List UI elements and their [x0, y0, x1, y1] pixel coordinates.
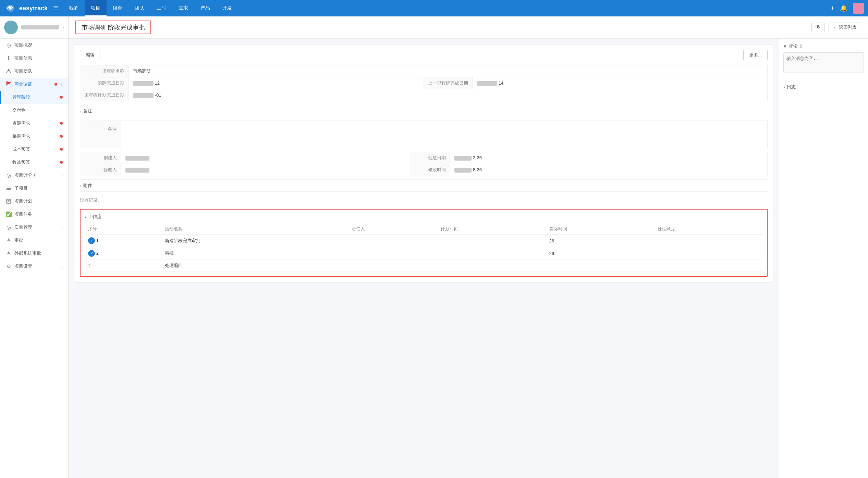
logo-text: easytrack	[19, 5, 48, 12]
plan-complete-label: 里程碑计划完成日期	[80, 89, 129, 101]
row3-comment	[654, 260, 763, 272]
status-done-icon-1: ✓	[88, 237, 95, 244]
chevron-icon-log: ›	[783, 85, 785, 90]
attachment-section-toggle[interactable]: › 附件	[80, 179, 768, 192]
sidebar-item-project-overview[interactable]: ◷ 项目概况	[0, 39, 68, 52]
modifier-label: 修改人	[80, 164, 121, 176]
comment-section-title[interactable]: ∨ 评论 0	[783, 43, 864, 49]
col-actual-time: 实际时间	[546, 224, 655, 235]
remark-section-toggle[interactable]: › 备注	[80, 105, 768, 117]
chevron-right-icon-2: ›	[61, 225, 63, 229]
nav-item-product[interactable]: 产品	[194, 0, 216, 16]
edit-button[interactable]: 编辑	[80, 50, 100, 60]
comment-input[interactable]	[783, 52, 864, 73]
remark-table: 备注	[80, 121, 768, 148]
nav-item-dev[interactable]: 开发	[216, 0, 238, 16]
main-content: 市场调研 阶段完成审批 👁 ← 返回列表 编辑 更多.	[69, 16, 868, 478]
hamburger-icon[interactable]: ☰	[53, 4, 59, 12]
creator-blurred	[125, 156, 149, 161]
remark-value	[121, 121, 768, 148]
modify-time-label: 修改时间	[409, 164, 450, 176]
modifier-blurred	[125, 168, 149, 173]
row2-plan-time	[437, 247, 546, 260]
nav-item-hours[interactable]: 工时	[150, 0, 172, 16]
row2-comment	[654, 247, 763, 260]
more-button[interactable]: 更多...	[743, 50, 768, 60]
workflow-header[interactable]: › 工作流	[85, 214, 763, 220]
col-activity: 活动名称	[161, 224, 348, 235]
nav-item-team[interactable]: 团队	[129, 0, 150, 16]
sidebar-expand-arrow[interactable]: ›	[63, 25, 64, 30]
workflow-table: 序号 活动名称 责任人 计划时间 实际时间 处理意见	[85, 224, 763, 272]
milestone-name-value: 市场调研	[129, 65, 768, 77]
row3-status: 3	[85, 260, 161, 272]
prev-date-blurred	[477, 81, 497, 86]
nav-right-actions: + 🔔	[831, 3, 864, 14]
sidebar-item-income-budget[interactable]: 收益预算	[0, 156, 68, 169]
sidebar-item-scorecard[interactable]: ◎ 项目计分卡 ›	[0, 169, 68, 182]
table-row: 3 处理退回	[85, 260, 763, 272]
sidebar-item-project-task[interactable]: ✅ 项目任务	[0, 208, 68, 221]
create-date-value: 2-26	[450, 152, 768, 164]
sidebar-username	[21, 25, 59, 29]
table-row: 实际完成日期 12 上一里程碑完成日期 14	[80, 77, 768, 89]
modifier-value	[121, 164, 409, 176]
modify-time-value: 8-26	[450, 164, 768, 176]
status-done-icon-2: ✓	[88, 250, 95, 257]
page-header-right: 👁 ← 返回列表	[811, 23, 861, 32]
row2-activity: 审批	[161, 247, 348, 260]
form-toolbar: 编辑 更多...	[80, 50, 768, 60]
col-comment: 处理意见	[654, 224, 763, 235]
row1-actual-time: 26	[546, 235, 655, 247]
col-assignee: 责任人	[348, 224, 437, 235]
col-num: 序号	[85, 224, 161, 235]
sidebar-item-purchase-need[interactable]: 采购需求	[0, 130, 68, 143]
workflow-chevron-icon: ›	[85, 214, 86, 219]
sidebar-item-project-plan[interactable]: 项目计划	[0, 195, 68, 208]
sidebar-item-review[interactable]: 审批	[0, 234, 68, 247]
sidebar-item-manage-stage[interactable]: 管理阶段	[0, 91, 68, 104]
row1-comment	[654, 235, 763, 247]
back-button[interactable]: ← 返回列表	[829, 23, 861, 32]
nav-item-my[interactable]: 我的	[63, 0, 85, 16]
nav-item-requirements[interactable]: 需求	[172, 0, 194, 16]
sidebar-item-project-team[interactable]: 项目团队	[0, 65, 68, 78]
row1-status: ✓ 1	[85, 235, 161, 247]
external-review-icon	[5, 250, 12, 256]
info-icon: ℹ	[5, 55, 12, 61]
sidebar-item-deliverable[interactable]: 交付物	[0, 104, 68, 117]
red-dot-badge-6	[60, 161, 63, 164]
nav-item-portfolio[interactable]: 组合	[107, 0, 129, 16]
actual-date-blurred	[133, 81, 154, 86]
log-section-title[interactable]: › 日志	[783, 84, 864, 90]
sidebar-item-project-info[interactable]: ℹ 项目信息	[0, 52, 68, 65]
creator-value	[121, 152, 409, 164]
svg-rect-5	[7, 199, 11, 203]
svg-point-0	[9, 7, 12, 10]
row3-plan-time	[437, 260, 546, 272]
sidebar-profile: ›	[0, 16, 68, 39]
field-table: 里程碑名称 市场调研 实际完成日期 12 上一里程碑完成日期	[80, 65, 768, 101]
user-avatar[interactable]	[853, 3, 864, 14]
sidebar-item-sub-project[interactable]: 子项目	[0, 182, 68, 195]
page-title-box: 市场调研 阶段完成审批	[75, 21, 151, 34]
table-row: ✓ 2 审批 26	[85, 247, 763, 260]
create-date-blurred	[454, 156, 472, 161]
svg-rect-3	[7, 188, 11, 189]
nav-item-project[interactable]: 项目	[85, 0, 107, 16]
add-button[interactable]: +	[831, 5, 834, 12]
preview-button[interactable]: 👁	[811, 23, 824, 32]
sidebar-item-cost-budget[interactable]: 成本预算	[0, 143, 68, 156]
sidebar-item-quality-mgmt[interactable]: ◎ 质量管理 ›	[0, 221, 68, 234]
sidebar-item-settings[interactable]: ⚙ 项目设置 «	[0, 260, 68, 273]
table-row: ✓ 1 新建阶段完成审批 26	[85, 235, 763, 247]
sidebar-item-resource-need[interactable]: 资源需求	[0, 117, 68, 130]
modify-time-blurred	[454, 168, 472, 173]
workflow-box: › 工作流 序号 活动名称 责任人 计划时间 实际时间	[80, 209, 768, 277]
notification-button[interactable]: 🔔	[840, 4, 847, 12]
svg-point-8	[8, 239, 10, 240]
app-logo[interactable]: easytrack	[4, 2, 48, 14]
milestone-name-label: 里程碑名称	[80, 65, 129, 77]
sidebar-item-external-review[interactable]: 外部系统审批	[0, 247, 68, 260]
sidebar-item-business-proof[interactable]: 🚩 商业论证 ∨	[0, 78, 68, 91]
